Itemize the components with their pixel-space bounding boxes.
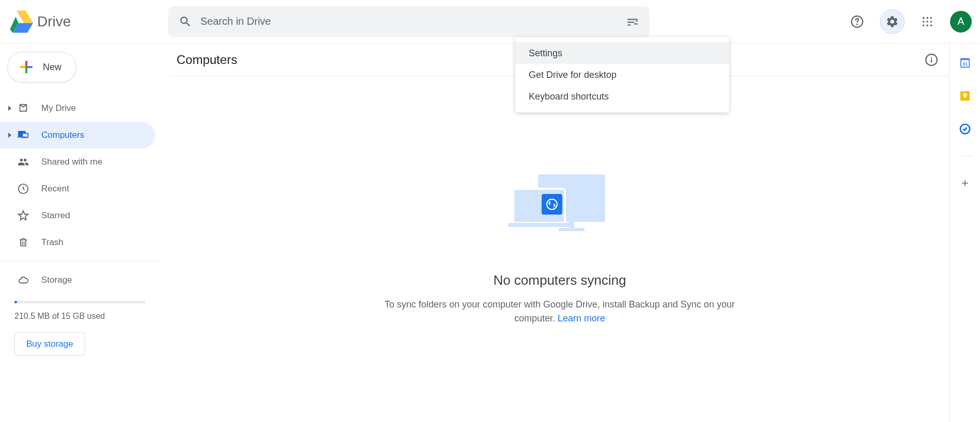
svg-point-3 (926, 17, 928, 19)
svg-point-7 (930, 21, 932, 23)
empty-state: No computers syncing To sync folders on … (170, 174, 949, 326)
tasks-icon (959, 123, 971, 135)
plus-icon (17, 58, 36, 76)
empty-description: To sync folders on your computer with Go… (374, 298, 746, 326)
keep-app[interactable] (959, 90, 971, 102)
search-options-icon[interactable] (626, 15, 639, 28)
svg-point-6 (926, 21, 928, 23)
tasks-app[interactable] (959, 123, 971, 135)
gear-icon (886, 15, 899, 28)
storage-usage-text: 210.5 MB of 15 GB used (14, 312, 146, 321)
account-avatar[interactable]: A (950, 11, 972, 33)
buy-storage-button[interactable]: Buy storage (14, 332, 85, 356)
nav-trash[interactable]: Trash (0, 229, 155, 256)
svg-rect-19 (508, 223, 570, 227)
nav-shared[interactable]: Shared with me (0, 149, 155, 175)
trash-icon (18, 237, 28, 248)
svg-point-9 (926, 24, 928, 26)
shared-icon (17, 156, 29, 168)
svg-point-1 (857, 24, 857, 24)
svg-point-8 (923, 24, 925, 26)
new-button[interactable]: New (7, 52, 76, 83)
storage-bar (14, 301, 146, 303)
drive-logo[interactable]: Drive (8, 10, 168, 33)
menu-item-drive-desktop[interactable]: Get Drive for desktop (515, 64, 729, 86)
svg-rect-20 (542, 194, 562, 215)
nav-starred[interactable]: Starred (0, 202, 155, 229)
menu-item-settings[interactable]: Settings (515, 42, 729, 64)
nav-storage[interactable]: Storage (0, 267, 155, 294)
nav-label: Recent (41, 184, 69, 194)
keep-icon (959, 90, 971, 102)
settings-button[interactable] (880, 9, 905, 34)
svg-point-5 (923, 21, 925, 23)
nav-my-drive[interactable]: My Drive (0, 95, 155, 122)
nav-label: My Drive (41, 103, 76, 113)
svg-text:31: 31 (962, 61, 967, 67)
drive-logo-icon (8, 10, 33, 33)
app-name: Drive (37, 13, 71, 30)
menu-item-shortcuts[interactable]: Keyboard shortcuts (515, 86, 729, 107)
empty-heading: No computers syncing (493, 272, 626, 288)
nav-label: Shared with me (41, 157, 102, 167)
storage-section: 210.5 MB of 15 GB used Buy storage (0, 301, 160, 356)
star-icon (18, 210, 29, 221)
nav-divider (0, 261, 160, 262)
header-actions: A (845, 9, 972, 34)
header: Drive A (0, 0, 980, 43)
search-icon (179, 15, 192, 28)
search-bar[interactable] (168, 6, 650, 37)
nav-label: Trash (41, 237, 64, 248)
settings-menu: Settings Get Drive for desktop Keyboard … (515, 37, 729, 112)
nav-recent[interactable]: Recent (0, 175, 155, 202)
side-panel-divider (958, 156, 972, 156)
empty-illustration (508, 174, 611, 236)
my-drive-icon (18, 103, 29, 114)
svg-point-10 (930, 24, 932, 26)
apps-grid-icon (922, 16, 933, 27)
calendar-app[interactable]: 31 (959, 57, 971, 69)
side-panel: 31 (949, 43, 980, 422)
plus-icon (960, 178, 970, 188)
add-addon-button[interactable] (959, 177, 971, 189)
clock-icon (18, 183, 29, 194)
svg-rect-17 (559, 228, 584, 231)
view-details-button[interactable] (920, 48, 943, 71)
calendar-icon: 31 (959, 57, 971, 69)
info-icon (925, 53, 938, 67)
support-button[interactable] (845, 9, 870, 34)
nav: My Drive Computers Shared with me Recent… (0, 95, 160, 294)
new-button-label: New (43, 62, 61, 73)
svg-point-2 (923, 17, 925, 19)
svg-point-4 (930, 17, 932, 19)
storage-bar-fill (14, 301, 17, 303)
nav-label: Storage (41, 275, 72, 285)
computers-icon (17, 129, 29, 141)
help-icon (850, 15, 864, 28)
learn-more-link[interactable]: Learn more (558, 313, 605, 323)
nav-label: Starred (41, 210, 70, 221)
cloud-icon (17, 274, 29, 286)
search-input[interactable] (200, 15, 626, 27)
nav-computers[interactable]: Computers (0, 122, 155, 149)
nav-label: Computers (41, 130, 84, 140)
apps-button[interactable] (915, 9, 940, 34)
sidebar: New My Drive Computers Shared with me Re… (0, 43, 160, 422)
